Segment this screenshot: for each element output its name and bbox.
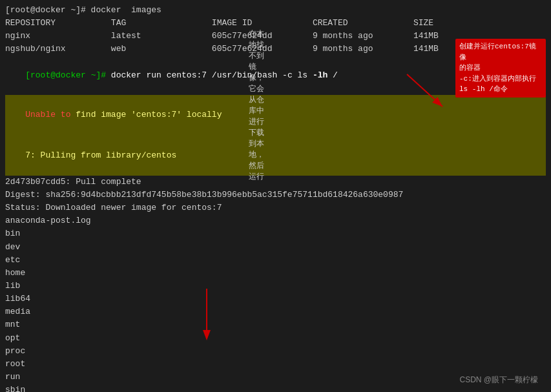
line-9: Digest: sha256:9d4bcbbb213dfd745b58be38b… bbox=[5, 189, 546, 201]
line-18: media bbox=[5, 305, 546, 318]
line-1: [root@docker ~]# docker images bbox=[5, 4, 546, 17]
annotation-line2: 的容器 bbox=[459, 64, 481, 72]
line-20: opt bbox=[5, 332, 546, 345]
line-12: bin bbox=[5, 227, 546, 240]
line-2: REPOSITORY TAG IMAGE ID CREATED SIZE bbox=[5, 17, 546, 30]
down-arrow-icon bbox=[197, 289, 216, 340]
line-13: dev bbox=[5, 241, 546, 254]
cmd-text-1: docker run centos:7 /usr/bin/bash -c ls … bbox=[106, 70, 338, 80]
line-6-unable: Unable to find image 'centos:7' locally bbox=[5, 95, 546, 135]
svg-line-1 bbox=[407, 74, 442, 107]
line-22: root bbox=[5, 358, 546, 371]
unable-rest: find image 'centos:7' locally bbox=[70, 110, 222, 119]
line-21: proc bbox=[5, 345, 546, 358]
annotation-box: 创建并运行centos:7镜像 的容器 -c:进入到容器内部执行 ls -lh … bbox=[455, 39, 546, 98]
line-15: home bbox=[5, 267, 546, 280]
annotation-line3: -c:进入到容器内部执行 bbox=[459, 75, 536, 83]
red-arrow-icon bbox=[404, 71, 455, 110]
annotation-line1: 创建并运行centos:7镜像 bbox=[459, 43, 536, 61]
line-11: anaconda-post.log bbox=[5, 214, 546, 227]
csdn-watermark: CSDN @眼下一颗柠檬 bbox=[459, 375, 538, 386]
pulling-text: 7: Pulling from library/centos bbox=[25, 150, 176, 160]
terminal: [root@docker ~]# docker images REPOSITOR… bbox=[0, 0, 551, 392]
center-annotation-text: 在本地找不到镜像，它会从仓库中进行下载到本地，然后运行 bbox=[249, 28, 264, 182]
line-10: Status: Downloaded newer image for cento… bbox=[5, 201, 546, 214]
line-7-pulling: 7: Pulling from library/centos bbox=[5, 135, 546, 175]
line-8: 2d473b07cdd5: Pull complete bbox=[5, 176, 546, 189]
prompt-1: [root@docker ~]# bbox=[25, 70, 106, 80]
line-16: lib bbox=[5, 280, 546, 293]
unable-to-text: Unable to bbox=[25, 110, 70, 119]
line-14: etc bbox=[5, 254, 546, 267]
line-19: mnt bbox=[5, 318, 546, 331]
annotation-line4: ls -lh /命令 bbox=[459, 85, 508, 93]
line-17: lib64 bbox=[5, 293, 546, 305]
